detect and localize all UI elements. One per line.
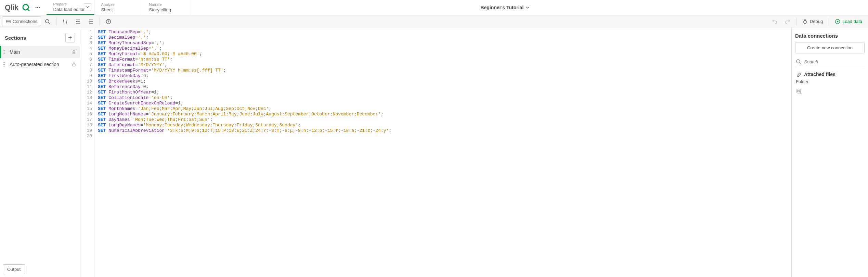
svg-point-29 [3, 53, 3, 54]
nav-tab-storytelling[interactable]: NarrateStorytelling [142, 0, 190, 15]
svg-point-3 [39, 7, 40, 8]
create-connection-label: Create new connection [807, 45, 853, 50]
code-line[interactable]: SET FirstWeekDay=6; [98, 73, 391, 79]
code-line[interactable]: SET MonthNames='Jan;Feb;Mar;Apr;May;Jun;… [98, 106, 391, 112]
top-header: Qlik PrepareData load editorAnalyzeSheet… [0, 0, 868, 15]
add-section-button[interactable] [65, 33, 75, 42]
code-line[interactable]: SET DecimalSep='.'; [98, 35, 391, 40]
drag-handle-icon[interactable] [2, 49, 6, 55]
code-line[interactable]: SET MoneyDecimalSep='.'; [98, 46, 391, 51]
redo-button[interactable] [781, 16, 794, 27]
line-number: 5 [80, 51, 92, 57]
connection-search [795, 57, 865, 68]
line-number: 7 [80, 62, 92, 68]
svg-point-6 [46, 20, 49, 23]
plus-icon [68, 35, 73, 40]
line-number: 19 [80, 128, 92, 134]
connections-label: Connections [13, 19, 37, 24]
toolbar: Connections [0, 15, 868, 28]
sections-panel: Sections MainAuto-generated section Outp… [0, 28, 80, 277]
comment-button[interactable] [59, 16, 72, 27]
debug-button[interactable]: Debug [799, 16, 827, 27]
output-label: Output [7, 267, 21, 272]
line-number: 2 [80, 35, 92, 40]
nav-tab-chevron[interactable] [84, 3, 91, 11]
indent-button[interactable] [72, 16, 85, 27]
drag-handle-icon[interactable] [2, 62, 6, 67]
code-line[interactable]: SET DayNames='Mon;Tue;Wed;Thu;Fri;Sat;Su… [98, 117, 391, 123]
code-line[interactable]: SET CollationLocale='en-US'; [98, 95, 391, 101]
code-line[interactable]: SET CreateSearchIndexOnReload=1; [98, 101, 391, 106]
undo-icon [772, 19, 777, 24]
delete-icon[interactable] [72, 50, 76, 54]
svg-point-38 [796, 60, 800, 63]
load-data-button[interactable]: Load data [831, 16, 866, 27]
play-icon [835, 19, 840, 24]
code-line[interactable]: SET BrokenWeeks=1; [98, 79, 391, 84]
code-lines[interactable]: SET ThousandSep=',';SET DecimalSep='.';S… [94, 28, 391, 277]
data-connections-title: Data connections [795, 33, 865, 39]
section-item[interactable]: Main [0, 46, 80, 58]
code-editor[interactable]: 1234567891011121314151617181920 SET Thou… [80, 28, 791, 277]
line-number: 10 [80, 79, 92, 84]
svg-point-25 [3, 50, 3, 51]
line-number: 4 [80, 46, 92, 51]
code-line[interactable]: SET LongMonthNames='January;February;Mar… [98, 112, 391, 117]
attachment-icon [796, 72, 801, 77]
code-line[interactable]: SET TimeFormat='h:mm:ss TT'; [98, 57, 391, 62]
more-icon[interactable] [34, 3, 42, 12]
sections-list: MainAuto-generated section [0, 46, 80, 71]
code-line[interactable]: SET MoneyFormat='$ ###0.00;-$ ###0.00'; [98, 51, 391, 57]
create-connection-button[interactable]: Create new connection [795, 42, 865, 53]
line-number: 20 [80, 134, 92, 139]
nav-tab-top-label: Analyze [101, 2, 135, 7]
code-line[interactable] [98, 134, 391, 139]
bug-icon [802, 19, 808, 24]
nav-tab-bottom-label: Storytelling [149, 7, 183, 12]
app-name-dropdown[interactable]: Beginner's Tutorial [190, 5, 820, 10]
svg-point-27 [3, 52, 3, 52]
nav-tab-top-label: Narrate [149, 2, 183, 7]
code-line[interactable]: SET NumericalAbbreviation='3:k;6:M;9:G;1… [98, 128, 391, 134]
nav-tab-sheet[interactable]: AnalyzeSheet [94, 0, 142, 15]
code-line[interactable]: SET DateFormat='M/D/YYYY'; [98, 62, 391, 68]
toolbar-separator [100, 17, 100, 26]
main: Sections MainAuto-generated section Outp… [0, 28, 868, 277]
app-name-label: Beginner's Tutorial [480, 5, 523, 10]
search-icon [796, 59, 801, 64]
attached-files-row[interactable]: Attached files [795, 68, 865, 78]
connections-button[interactable]: Connections [2, 16, 41, 26]
code-line[interactable]: SET ThousandSep=','; [98, 29, 391, 35]
code-line[interactable]: SET LongDayNames='Monday;Tuesday;Wednesd… [98, 123, 391, 128]
help-icon [106, 19, 111, 24]
code-line[interactable]: SET ReferenceDay=0; [98, 84, 391, 90]
select-data-icon[interactable] [795, 87, 865, 96]
nav-tab-top-label: Prepare [53, 2, 87, 6]
comment-icon [62, 19, 68, 24]
nav-tab-bottom-label: Data load editor [53, 7, 87, 12]
undo-button[interactable] [768, 16, 781, 27]
section-item[interactable]: Auto-generated section [0, 58, 80, 71]
code-line[interactable]: SET FirstMonthOfYear=1; [98, 90, 391, 95]
lock-icon[interactable] [72, 62, 76, 67]
output-button[interactable]: Output [3, 264, 25, 274]
help-button[interactable] [102, 16, 115, 27]
line-gutter: 1234567891011121314151617181920 [80, 28, 94, 277]
search-button[interactable] [41, 16, 54, 27]
svg-point-32 [4, 62, 5, 63]
connection-search-input[interactable] [804, 59, 864, 64]
svg-line-20 [803, 23, 804, 23]
svg-line-7 [49, 23, 50, 24]
code-line[interactable]: SET MoneyThousandSep=','; [98, 40, 391, 46]
nav-tab-data-load-editor[interactable]: PrepareData load editor [47, 0, 94, 15]
svg-point-2 [37, 7, 38, 8]
logo-text: Qlik [5, 3, 18, 12]
logo-area: Qlik [0, 3, 47, 12]
chevron-down-icon [526, 5, 530, 10]
line-number: 18 [80, 123, 92, 128]
code-line[interactable]: SET TimestampFormat='M/D/YYYY h:mm:ss[.f… [98, 68, 391, 73]
line-number: 3 [80, 40, 92, 46]
outdent-button[interactable] [85, 16, 98, 27]
section-label: Auto-generated section [10, 62, 68, 67]
svg-point-26 [4, 50, 5, 51]
